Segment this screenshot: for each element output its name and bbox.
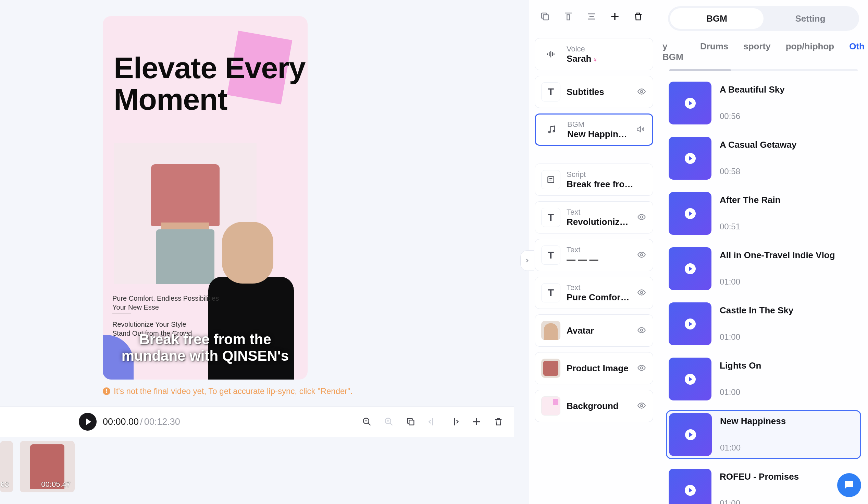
panel-toolbar (529, 0, 659, 32)
layer-text-2[interactable]: T Text — — — (535, 239, 653, 271)
tagline-divider (112, 313, 131, 313)
timeline-area[interactable]: 63 00:05.47 (0, 441, 514, 496)
svg-point-36 (641, 367, 643, 369)
eye-icon[interactable] (637, 363, 647, 373)
canvas-area: Elevate Every Moment Pure Comfort, Endle… (0, 0, 533, 504)
track-play-button[interactable] (669, 247, 712, 290)
svg-point-27 (553, 130, 555, 132)
timeline-clip[interactable]: 00:05.47 (20, 441, 75, 492)
track-duration: 01:00 (720, 277, 858, 286)
chat-button[interactable] (837, 473, 861, 497)
zoom-out-button[interactable] (362, 416, 372, 427)
track-item[interactable]: ROFEU - Promises01:00 (666, 466, 861, 504)
delete-button[interactable] (493, 416, 504, 427)
track-item[interactable]: All in One-Travel Indie Vlog01:00 (666, 244, 861, 293)
track-item[interactable]: New Happiness01:00 (666, 410, 861, 459)
layer-product-image[interactable]: Product Image (535, 352, 653, 384)
current-time: 00:00.00 (103, 416, 139, 427)
timeline-clip[interactable]: 63 (0, 441, 13, 492)
delete-layer-button[interactable] (632, 10, 644, 23)
tab-setting[interactable]: Setting (764, 8, 857, 29)
track-play-button[interactable] (669, 469, 712, 504)
svg-line-1 (368, 423, 371, 425)
text-icon: T (541, 283, 560, 302)
layer-avatar[interactable]: Avatar (535, 314, 653, 346)
headline-text: Elevate Every Moment (114, 52, 308, 115)
layer-subtitles[interactable]: T Subtitles (535, 76, 653, 108)
category-tab[interactable]: y BGM (662, 41, 685, 62)
track-title: After The Rain (720, 195, 858, 205)
eye-icon[interactable] (637, 213, 647, 222)
script-icon (541, 170, 560, 189)
copy-icon[interactable] (539, 10, 551, 23)
text-icon: T (541, 82, 560, 101)
svg-marker-28 (637, 127, 641, 132)
eye-icon[interactable] (637, 288, 647, 298)
eye-icon[interactable] (637, 87, 647, 97)
svg-point-33 (641, 254, 643, 256)
layer-background[interactable]: Background (535, 390, 653, 422)
play-button[interactable] (79, 413, 96, 431)
track-duration: 00:58 (720, 167, 858, 176)
layer-text-1[interactable]: T Text Revolutionize … (535, 201, 653, 233)
svg-rect-12 (543, 15, 548, 20)
category-tabs[interactable]: y BGM Drums sporty pop/hiphop Oth (659, 31, 868, 69)
render-notice: ! It's not the final video yet, To get a… (103, 386, 353, 396)
category-tab[interactable]: Drums (700, 41, 728, 62)
track-duration: 00:56 (720, 111, 858, 121)
tab-bgm[interactable]: BGM (670, 8, 764, 29)
layers-panel: Voice Sarah♀ T Subtitles BGM New Happine… (529, 0, 659, 504)
align-top-icon[interactable] (562, 10, 575, 23)
speaker-icon[interactable] (637, 125, 646, 134)
track-item[interactable]: A Casual Getaway00:58 (666, 134, 861, 182)
track-item[interactable]: Castle In The Sky01:00 (666, 300, 861, 348)
track-play-button[interactable] (669, 413, 712, 456)
svg-point-32 (641, 216, 643, 219)
duplicate-button[interactable] (405, 416, 416, 427)
eye-icon[interactable] (637, 250, 647, 260)
track-title: A Casual Getaway (720, 140, 858, 150)
track-duration: 01:00 (720, 498, 858, 504)
layer-script[interactable]: Script Break free fro… (535, 163, 653, 196)
track-title: New Happiness (720, 416, 858, 426)
split-left-button (427, 416, 438, 427)
category-scrollbar[interactable] (669, 69, 858, 71)
add-layer-button[interactable] (609, 10, 621, 23)
track-item[interactable]: Lights On01:00 (666, 355, 861, 403)
track-list[interactable]: A Beautiful Sky00:56A Casual Getaway00:5… (659, 75, 868, 504)
clip-duration: 63 (1, 480, 9, 489)
avatar-thumb (541, 321, 560, 340)
player-bar: 00:00.00/00:12.30 (0, 406, 514, 437)
track-play-button[interactable] (669, 82, 712, 124)
layer-bgm[interactable]: BGM New Happiness (535, 113, 653, 146)
bgm-panel: BGM Setting y BGM Drums sporty pop/hipho… (659, 0, 868, 504)
track-play-button[interactable] (669, 137, 712, 180)
track-duration: 01:00 (720, 332, 858, 342)
category-tab[interactable]: sporty (743, 41, 771, 62)
track-item[interactable]: A Beautiful Sky00:56 (666, 79, 861, 127)
layer-voice[interactable]: Voice Sarah♀ (535, 38, 653, 70)
track-play-button[interactable] (669, 302, 712, 345)
svg-point-25 (641, 91, 643, 93)
category-tab[interactable]: pop/hiphop (786, 41, 835, 62)
eye-icon[interactable] (637, 401, 647, 411)
layer-text-3[interactable]: T Text Pure Comfort,… (535, 277, 653, 309)
product-thumb (541, 359, 560, 378)
svg-point-26 (549, 131, 550, 133)
video-preview[interactable]: Elevate Every Moment Pure Comfort, Endle… (103, 16, 308, 380)
track-play-button[interactable] (669, 357, 712, 401)
align-center-icon[interactable] (586, 10, 598, 23)
tab-switch: BGM Setting (668, 6, 859, 31)
text-icon: T (541, 245, 560, 265)
time-display: 00:00.00/00:12.30 (103, 416, 180, 427)
category-tab[interactable]: Oth (849, 41, 865, 62)
split-right-button[interactable] (450, 416, 460, 427)
track-play-button[interactable] (669, 192, 712, 235)
music-icon (542, 120, 561, 139)
play-icon (86, 418, 91, 425)
eye-icon[interactable] (637, 326, 647, 335)
total-time: 00:12.30 (144, 416, 180, 427)
collapse-button[interactable] (520, 250, 534, 271)
track-item[interactable]: After The Rain00:51 (666, 189, 861, 238)
add-button[interactable] (471, 416, 482, 427)
